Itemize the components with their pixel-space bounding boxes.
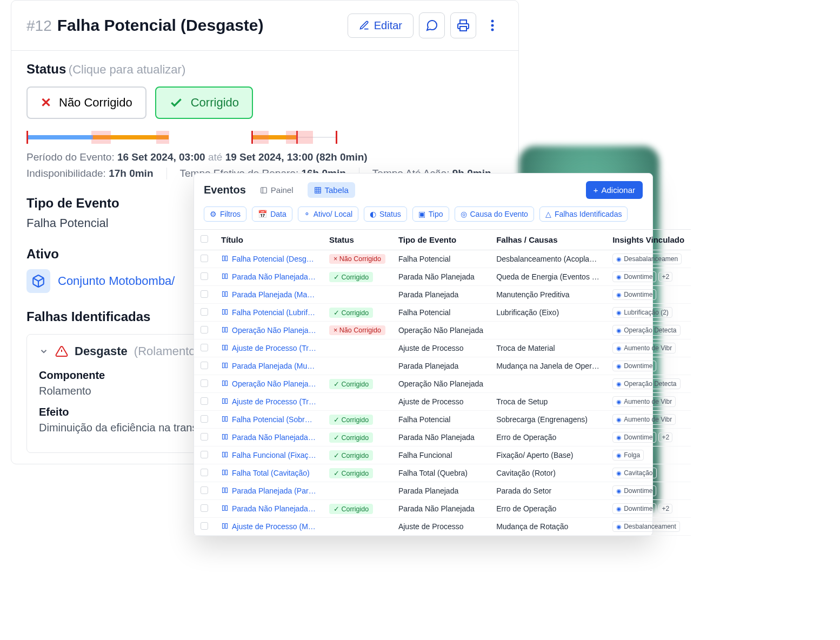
row-checkbox[interactable] [201, 362, 208, 369]
row-checkbox[interactable] [201, 326, 208, 334]
insight-tag[interactable]: ◉Lubrificação (2) [612, 307, 672, 318]
insight-tag[interactable]: ◉Downtime [612, 289, 656, 300]
row-title[interactable]: Falha Potencial (Sobrecarga) [215, 411, 323, 429]
col-falhas[interactable]: Falhas / Causas [490, 230, 606, 250]
row-title[interactable]: Falha Potencial (Desgaste) [215, 250, 323, 268]
row-title[interactable]: Falha Funcional (Fixação/ Aper... [215, 446, 323, 464]
row-checkbox[interactable] [201, 486, 208, 494]
table-row[interactable]: Ajuste de Processo (Mudança...Ajuste de … [194, 518, 691, 536]
plus-tag[interactable]: +2 [658, 272, 672, 282]
add-button[interactable]: + Adicionar [586, 181, 643, 199]
check-icon [169, 96, 183, 110]
row-checkbox[interactable] [201, 415, 208, 423]
plus-tag[interactable]: +2 [658, 432, 672, 442]
table-row[interactable]: Parada Planejada (Mudança na...Parada Pl… [194, 357, 691, 375]
row-checkbox[interactable] [201, 379, 208, 387]
insight-tag[interactable]: ◉Downtime [612, 503, 656, 514]
table-row[interactable]: Operação Não Planejada× Não CorrigidoOpe… [194, 322, 691, 339]
svg-rect-34 [225, 506, 228, 511]
col-tipo[interactable]: Tipo de Evento [392, 230, 490, 250]
row-falhas: Troca de Setup [490, 393, 606, 411]
svg-rect-18 [225, 363, 228, 368]
row-title[interactable]: Parada Não Planejada (Erro de... [215, 429, 323, 446]
filter-status[interactable]: ◐Status [364, 206, 407, 222]
table-row[interactable]: Ajuste de Processo (Troca de...Ajuste de… [194, 339, 691, 357]
filter-causa[interactable]: ◎Causa do Evento [455, 206, 534, 222]
filter-filtros[interactable]: ⚙Filtros [204, 206, 246, 222]
print-button[interactable] [450, 12, 476, 38]
table-row[interactable]: Falha Funcional (Fixação/ Aper...✓ Corri… [194, 446, 691, 464]
row-title[interactable]: Ajuste de Processo (Mudança... [215, 518, 323, 536]
insight-tag[interactable]: ◉Aumento de Vibr [612, 396, 676, 407]
row-checkbox[interactable] [201, 272, 208, 280]
col-insights[interactable]: Insights Vinculado [606, 230, 691, 250]
table-row[interactable]: Parada Não Planejada (Erro de...✓ Corrig… [194, 500, 691, 518]
row-title[interactable]: Parada Não Planejada (Erro de... [215, 500, 323, 518]
row-checkbox[interactable] [201, 397, 208, 405]
tab-panel[interactable]: Painel [254, 182, 300, 198]
insight-tag[interactable]: ◉Folga [612, 450, 644, 461]
plus-tag[interactable]: +2 [658, 504, 672, 514]
row-title[interactable]: Parada Não Planejada (Queda... [215, 268, 323, 286]
row-checkbox[interactable] [201, 504, 208, 512]
row-checkbox[interactable] [201, 255, 208, 262]
col-titulo[interactable]: Título [215, 230, 323, 250]
table-row[interactable]: Parada Planejada (Manutençã...Parada Pla… [194, 286, 691, 304]
row-title[interactable]: Operação Não Planejada [215, 375, 323, 393]
insight-tag[interactable]: ◉Aumento de Vibr [612, 414, 676, 425]
svg-rect-6 [225, 256, 228, 261]
row-title[interactable]: Operação Não Planejada [215, 322, 323, 339]
insight-tag[interactable]: ◉Aumento de Vibr [612, 343, 676, 354]
insight-tag[interactable]: ◉Desbalanceament [612, 521, 680, 532]
insight-tag[interactable]: ◉Operação Detecta [612, 378, 680, 389]
insight-tag[interactable]: ◉Cavitação [612, 468, 656, 478]
row-title[interactable]: Parada Planejada (Parada do S... [215, 482, 323, 500]
row-insights: ◉Desbalanceament [606, 518, 691, 536]
row-checkbox[interactable] [201, 433, 208, 441]
edit-button[interactable]: Editar [348, 14, 414, 38]
table-row[interactable]: Operação Não Planejada✓ CorrigidoOperaçã… [194, 375, 691, 393]
row-title[interactable]: Falha Potencial (Lubrificação) [215, 304, 323, 322]
row-checkbox[interactable] [201, 308, 208, 316]
tab-table[interactable]: Tabela [308, 182, 355, 198]
table-row[interactable]: Falha Potencial (Desgaste)× Não Corrigid… [194, 250, 691, 268]
filter-ativo[interactable]: ⚬Ativo/ Local [298, 206, 358, 222]
insight-tag[interactable]: ◉Downtime [612, 432, 656, 443]
row-insights: ◉Downtime [606, 357, 691, 375]
svg-rect-7 [223, 274, 225, 279]
insight-tag[interactable]: ◉Downtime [612, 361, 656, 371]
insight-tag[interactable]: ◉Operação Detecta [612, 325, 680, 336]
row-title[interactable]: Ajuste de Processo (Troca de... [215, 393, 323, 411]
row-checkbox[interactable] [201, 522, 208, 530]
more-menu-button[interactable] [482, 12, 503, 38]
col-checkbox[interactable] [194, 230, 215, 250]
row-title[interactable]: Ajuste de Processo (Troca de... [215, 339, 323, 357]
insight-tag[interactable]: ◉Desabalanceamen [612, 254, 682, 264]
insight-tag[interactable]: ◉Downtime [612, 271, 656, 282]
row-checkbox[interactable] [201, 451, 208, 458]
filter-data[interactable]: 📅Data [252, 206, 292, 222]
table-row[interactable]: Falha Potencial (Sobrecarga)✓ CorrigidoF… [194, 411, 691, 429]
row-title[interactable]: Parada Planejada (Mudança na... [215, 357, 323, 375]
row-checkbox[interactable] [201, 469, 208, 476]
filter-falhas[interactable]: △Falhas Identificadas [539, 206, 628, 222]
svg-rect-36 [225, 524, 228, 529]
row-title[interactable]: Falha Total (Cavitação) [215, 464, 323, 482]
comment-button[interactable] [419, 12, 445, 38]
table-row[interactable]: Parada Planejada (Parada do S...Parada P… [194, 482, 691, 500]
status-not-corrected-button[interactable]: ✕ Não Corrigido [26, 86, 146, 119]
status-corrected-button[interactable]: Corrigido [155, 86, 253, 119]
table-row[interactable]: Falha Potencial (Lubrificação)✓ Corrigid… [194, 304, 691, 322]
link-icon [221, 523, 229, 529]
insight-tag[interactable]: ◉Downtime [612, 485, 656, 496]
row-title[interactable]: Parada Planejada (Manutençã... [215, 286, 323, 304]
row-checkbox[interactable] [201, 290, 208, 298]
row-checkbox[interactable] [201, 344, 208, 351]
row-tipo: Falha Funcional [392, 446, 490, 464]
table-row[interactable]: Parada Não Planejada (Erro de...✓ Corrig… [194, 429, 691, 446]
table-row[interactable]: Ajuste de Processo (Troca de...Ajuste de… [194, 393, 691, 411]
table-row[interactable]: Falha Total (Cavitação)✓ CorrigidoFalha … [194, 464, 691, 482]
filter-tipo[interactable]: ▣Tipo [412, 206, 449, 222]
col-status[interactable]: Status [323, 230, 392, 250]
table-row[interactable]: Parada Não Planejada (Queda...✓ Corrigid… [194, 268, 691, 286]
